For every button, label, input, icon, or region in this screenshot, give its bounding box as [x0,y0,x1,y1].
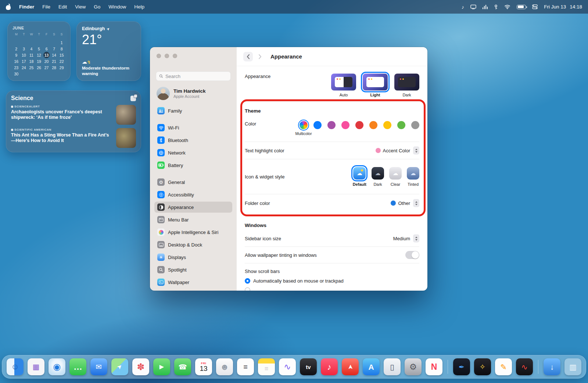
now-playing-icon[interactable]: ♪ [462,4,464,10]
appearance-option[interactable]: Auto [331,74,356,97]
menu-app-name[interactable]: Finder [19,4,34,10]
dock-app-multicolor[interactable] [300,121,308,129]
sidebar-item-battery[interactable]: Battery [154,160,232,171]
dock-app-iphone-mirroring[interactable]: ▯ [384,358,401,375]
apple-menu-icon[interactable] [6,4,11,10]
sidebar-item-spotlight[interactable]: Spotlight [154,264,232,275]
dock-app-waveform-app[interactable]: ∿ [516,358,533,375]
menu-item[interactable]: Edit [58,4,67,10]
dock-app-green[interactable] [397,121,405,129]
dock-app-safari[interactable]: ◉ [49,358,65,375]
minimize-button[interactable] [165,54,169,58]
appearance-option[interactable]: Dark [394,74,419,97]
sidebar-icon-size-stepper[interactable] [413,234,419,242]
dock-app-messages[interactable]: … [69,358,86,375]
dock-app-news[interactable]: N [426,358,442,375]
dock-app-blue[interactable] [313,121,322,129]
dock-app-yellow[interactable] [383,121,391,129]
calendar-app[interactable]: Fri 13 [195,358,212,375]
dock-app-contacts[interactable]: ☻ [216,358,233,375]
sidebar-item-accessibility[interactable]: Accessibility [154,189,232,200]
sidebar-item-network[interactable]: Network [154,147,232,158]
weather-widget[interactable]: Edinburgh ➤ 21° ☁↯ Moderate thunderstorm… [76,21,141,81]
scroll-bars-radio-next[interactable] [245,287,250,291]
icon-style-tile[interactable]: ☁ [389,167,402,180]
dock-app-pencil-app[interactable]: ✎ [495,358,512,375]
menu-item[interactable]: Help [134,4,144,10]
dock-app-facetime[interactable]: ▶ [153,358,170,375]
battery-icon[interactable] [517,5,526,9]
sidebar-item-bluetooth[interactable]: Bluetooth [154,135,232,146]
dock-app-orange[interactable] [369,121,377,129]
appearance-thumbnail[interactable] [363,74,388,91]
news-widget[interactable]: Science ScienceAlert Archaeologists unco… [6,91,141,152]
back-button[interactable] [243,52,253,61]
control-center-icon[interactable] [532,4,538,9]
icon-style-option[interactable]: ☁ Dark [372,167,384,187]
dock-app-apple-tv[interactable]: tv [300,358,317,375]
wallpaper-tinting-toggle[interactable] [405,251,419,259]
calendar-widget[interactable]: JUNE MTWTFSS 123456789101112131415161718… [7,21,71,81]
dock-app-maps[interactable]: ➤ [111,358,128,375]
menu-item[interactable]: File [42,4,50,10]
dock-app-red[interactable] [355,121,363,129]
news-article[interactable]: ScienceAlert Archaeologists uncover Fran… [11,105,136,125]
dock-app-launchpad[interactable]: ▦ [28,358,44,375]
screen-mirroring-icon[interactable] [470,4,476,9]
news-headline: This Ant Has a Sting Worse Than a Fire A… [11,132,112,144]
dock-app-reminders[interactable]: ≡ [237,358,254,375]
dock-app-rocket-app[interactable]: ➤ [342,358,359,375]
dock-app-phone[interactable]: ☎ [174,358,191,375]
menu-item[interactable]: View [75,4,86,10]
icon-style-tile[interactable]: ☁ [407,167,419,180]
menu-clock[interactable]: Fri Jun 13 14:18 [544,4,582,10]
menu-item[interactable]: Go [94,4,100,10]
appearance-option[interactable]: Light [363,74,388,97]
sidebar-search[interactable] [156,71,231,81]
dock-app-downloads[interactable]: ↓ [544,358,560,375]
icon-style-option[interactable]: ☁ Clear [389,167,402,187]
dock-app-passwords-app[interactable]: ✧ [474,358,491,375]
close-button[interactable] [157,54,161,58]
icon-style-option[interactable]: ☁ Default [353,167,366,187]
sidebar-item-apple-intelligence-siri[interactable]: Apple Intelligence & Siri [154,227,232,238]
dock-app-pink[interactable] [341,121,349,129]
dock-app-system-settings[interactable]: ⚙ [405,358,422,375]
appearance-thumbnail[interactable] [394,74,419,91]
dock-app-trash[interactable]: ▥ [564,358,581,375]
icon-style-tile[interactable]: ☁ [372,167,384,180]
dock-app-notes[interactable]: ≡ [258,358,275,375]
sidebar-item-menu-bar[interactable]: Menu Bar [154,214,232,225]
sidebar-item-displays[interactable]: ☀ Displays [154,252,232,263]
dock-app-ink-app[interactable]: ✒ [453,358,470,375]
sidebar-item-desktop-dock[interactable]: Desktop & Dock [154,239,232,250]
dock-app-graphite[interactable] [411,121,419,129]
sidebar-item-general[interactable]: ⚙ General [154,177,232,188]
search-input[interactable] [165,74,227,79]
dock-app-freeform[interactable]: ∿ [279,358,296,375]
news-article[interactable]: Scientific American This Ant Has a Sting… [11,128,136,148]
menu-item[interactable]: Window [108,4,126,10]
sidebar-item-appearance[interactable]: Appearance [154,202,232,213]
zoom-button[interactable] [173,54,177,58]
icon-style-tile[interactable]: ☁ [353,167,366,180]
folder-color-stepper[interactable] [413,199,419,207]
dock-app-finder[interactable]: ☺ [7,358,24,375]
scroll-bars-radio-auto[interactable] [245,278,250,284]
sidebar-item-wifi[interactable]: Wi-Fi [154,122,232,133]
audio-levels-icon[interactable] [483,5,488,9]
sidebar-item-family[interactable]: Family [154,105,232,116]
dock-app-mail[interactable]: ✉ [90,358,107,375]
apple-account-row[interactable]: Tim Hardwick Apple Account [157,87,230,100]
passwords-key-icon[interactable] [494,4,498,10]
forward-button[interactable] [255,52,265,61]
appearance-thumbnail[interactable] [331,74,356,91]
sidebar-item-wallpaper[interactable]: Wallpaper [154,277,232,288]
dock-app-purple[interactable] [327,121,336,129]
highlight-stepper[interactable] [413,146,419,155]
dock-app-photos[interactable]: ✽ [132,358,149,375]
dock-app-app-store[interactable]: A [363,358,380,375]
icon-style-option[interactable]: ☁ Tinted [407,167,419,187]
dock-app-music[interactable]: ♪ [321,358,338,375]
wifi-icon[interactable] [504,4,510,9]
